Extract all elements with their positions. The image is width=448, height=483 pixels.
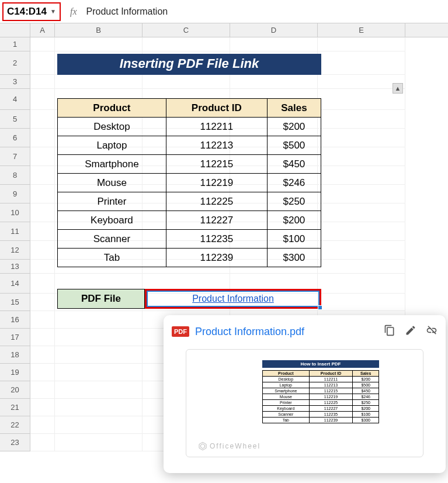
row-header-19[interactable]: 19 (0, 364, 30, 381)
row-header-18[interactable]: 18 (0, 346, 30, 364)
table-header[interactable]: Sales (267, 99, 321, 118)
table-row[interactable]: Keyboard112227$200 (58, 211, 321, 230)
column-header-E[interactable]: E (318, 23, 405, 37)
cell[interactable] (55, 75, 143, 89)
cell[interactable] (30, 147, 55, 166)
cell[interactable] (318, 260, 405, 274)
copy-link-icon[interactable] (384, 325, 395, 339)
row-header-2[interactable]: 2 (0, 51, 30, 75)
table-row[interactable]: Tab112239$300 (58, 249, 321, 267)
cell[interactable] (318, 274, 405, 294)
cell[interactable] (318, 166, 405, 185)
table-cell[interactable]: 112235 (166, 230, 267, 249)
table-row[interactable]: Smartphone112215$450 (58, 155, 321, 174)
table-cell[interactable]: $500 (267, 136, 321, 155)
remove-link-icon[interactable] (426, 325, 437, 339)
table-cell[interactable]: Mouse (58, 174, 166, 192)
table-cell[interactable]: Laptop (58, 136, 166, 155)
column-header-B[interactable]: B (55, 23, 143, 37)
row-header-15[interactable]: 15 (0, 294, 30, 311)
table-cell[interactable]: 112225 (166, 192, 267, 211)
table-row[interactable]: Scanner112235$100 (58, 230, 321, 249)
cell[interactable] (30, 381, 55, 399)
cell[interactable] (30, 222, 55, 241)
row-header-10[interactable]: 10 (0, 203, 30, 222)
cell[interactable] (30, 37, 55, 51)
table-cell[interactable]: 112213 (166, 136, 267, 155)
table-cell[interactable]: Printer (58, 192, 166, 211)
edit-link-icon[interactable] (405, 325, 416, 339)
cell[interactable] (30, 185, 55, 203)
cell[interactable] (318, 129, 405, 147)
cell[interactable] (55, 364, 143, 381)
cell[interactable] (55, 329, 143, 346)
row-header-3[interactable]: 3 (0, 75, 30, 89)
cell[interactable] (318, 222, 405, 241)
cell[interactable] (318, 110, 405, 129)
row-header-21[interactable]: 21 (0, 399, 30, 416)
cell[interactable] (30, 434, 55, 451)
cell[interactable] (318, 147, 405, 166)
table-cell[interactable]: $450 (267, 155, 321, 174)
column-header-D[interactable]: D (230, 23, 318, 37)
cell[interactable] (318, 294, 405, 311)
column-header-A[interactable]: A (30, 23, 55, 37)
cell[interactable] (55, 399, 143, 416)
table-cell[interactable]: $250 (267, 192, 321, 211)
preview-filename[interactable]: Product Information.pdf (195, 326, 304, 338)
table-cell[interactable]: $246 (267, 174, 321, 192)
table-row[interactable]: Desktop112211$200 (58, 118, 321, 136)
table-cell[interactable]: 112211 (166, 118, 267, 136)
cell[interactable] (30, 329, 55, 346)
column-header-C[interactable]: C (143, 23, 230, 37)
cell[interactable] (30, 364, 55, 381)
row-header-14[interactable]: 14 (0, 274, 30, 294)
select-all-corner[interactable] (0, 23, 30, 37)
cell[interactable] (30, 399, 55, 416)
cell[interactable] (318, 203, 405, 222)
table-header[interactable]: Product (58, 99, 166, 118)
row-header-9[interactable]: 9 (0, 185, 30, 203)
cell[interactable] (30, 75, 55, 89)
table-row[interactable]: Printer112225$250 (58, 192, 321, 211)
table-cell[interactable]: Smartphone (58, 155, 166, 174)
table-row[interactable]: Laptop112213$500 (58, 136, 321, 155)
cell[interactable] (55, 37, 143, 51)
cell[interactable] (30, 416, 55, 434)
cell[interactable] (30, 241, 55, 260)
pdf-link[interactable]: Product Information (192, 294, 274, 304)
row-header-16[interactable]: 16 (0, 311, 30, 329)
row-header-13[interactable]: 13 (0, 260, 30, 274)
cell[interactable] (55, 381, 143, 399)
row-header-7[interactable]: 7 (0, 147, 30, 166)
cell[interactable] (30, 89, 55, 110)
cell[interactable] (30, 129, 55, 147)
cell[interactable] (30, 311, 55, 329)
row-header-17[interactable]: 17 (0, 329, 30, 346)
cell[interactable] (55, 311, 143, 329)
row-header-6[interactable]: 6 (0, 129, 30, 147)
name-box[interactable]: C14:D14 ▼ (2, 2, 61, 21)
cell[interactable] (30, 294, 55, 311)
cell[interactable] (55, 346, 143, 364)
cell[interactable] (30, 110, 55, 129)
grid[interactable]: Inserting PDF File Link ProductProduct I… (30, 37, 405, 451)
cell[interactable] (318, 241, 405, 260)
cell[interactable] (30, 260, 55, 274)
table-cell[interactable]: 112227 (166, 211, 267, 230)
cell[interactable] (30, 346, 55, 364)
cell[interactable] (230, 37, 318, 51)
row-header-23[interactable]: 23 (0, 434, 30, 451)
preview-thumbnail[interactable]: How to Insert PDF ProductProduct IDSales… (186, 349, 423, 457)
formula-input[interactable] (85, 6, 448, 18)
row-header-5[interactable]: 5 (0, 110, 30, 129)
table-cell[interactable]: Keyboard (58, 211, 166, 230)
cell[interactable] (318, 185, 405, 203)
cell[interactable] (30, 51, 55, 75)
row-header-4[interactable]: 4 (0, 89, 30, 110)
cell[interactable] (230, 75, 318, 89)
cell[interactable] (55, 434, 143, 451)
cell[interactable] (30, 166, 55, 185)
row-header-20[interactable]: 20 (0, 381, 30, 399)
table-cell[interactable]: 112215 (166, 155, 267, 174)
